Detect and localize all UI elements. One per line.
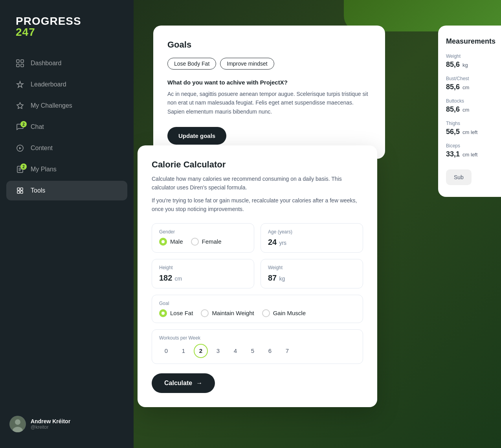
svg-rect-7 (20, 188, 23, 190)
workouts-label: Workouts per Week (159, 335, 356, 341)
workouts-row: Workouts per Week 0 1 2 3 4 5 6 7 (152, 329, 363, 364)
workouts-selector: 0 1 2 3 4 5 6 7 (159, 344, 356, 358)
m-label-thighs: Thighs (446, 121, 493, 126)
calc-desc1: Calculate how many calories we recommend… (152, 174, 363, 192)
m-value-bust: 85,6 cm (446, 83, 493, 91)
age-value: 24 yrs (268, 238, 356, 247)
sidebar-item-my-challenges[interactable]: My Challenges (6, 96, 127, 116)
workout-5[interactable]: 5 (246, 344, 260, 358)
goal-lose-fat-option[interactable]: Lose Fat (159, 309, 193, 317)
sidebar-label-tools: Tools (31, 187, 45, 194)
m-value-weight: 85,6 kg (446, 61, 493, 69)
height-weight-row: Height 182 cm Weight 87 kg (152, 259, 363, 288)
goal-gain-muscle-label: Gain Muscle (273, 310, 306, 316)
workout-3[interactable]: 3 (211, 344, 225, 358)
svg-point-11 (15, 419, 20, 425)
measurement-thighs: Thighs 56,5 cm left (446, 121, 493, 136)
calculate-label: Calculate (164, 380, 192, 387)
workout-2[interactable]: 2 (194, 344, 208, 358)
dashboard-icon (16, 59, 24, 68)
m-value-biceps: 33,1 cm left (446, 150, 493, 158)
avatar (9, 416, 26, 432)
sidebar-item-my-plans[interactable]: 2 My Plans (6, 160, 127, 179)
user-profile[interactable]: Andrew Kréitor @kreitor (0, 416, 134, 432)
svg-rect-0 (17, 60, 19, 62)
goal-gain-muscle-option[interactable]: Gain Muscle (262, 309, 306, 317)
sidebar-item-content[interactable]: Content (6, 138, 127, 158)
goals-card: Goals Lose Body Fat Improve mindset What… (153, 26, 385, 159)
measurements-panel: Measurements Weight 85,6 kg Bust/Chest 8… (438, 26, 501, 197)
m-value-buttocks: 85,6 cm (446, 105, 493, 114)
gender-male-option[interactable]: Male (159, 238, 183, 246)
goal-maintain-radio[interactable] (201, 309, 209, 317)
workout-7[interactable]: 7 (280, 344, 294, 358)
gender-male-radio[interactable] (159, 238, 167, 246)
goal-tags: Lose Body Fat Improve mindset (167, 58, 371, 70)
age-label: Age (years) (268, 229, 356, 235)
weight-field: Weight 87 kg (261, 259, 363, 288)
sidebar-item-chat[interactable]: 2 Chat (6, 117, 127, 137)
workout-1[interactable]: 1 (176, 344, 191, 358)
goals-question: What do you want to achive with ProjectX… (167, 79, 371, 86)
measurements-title: Measurements (446, 37, 493, 46)
sidebar-label-challenges: My Challenges (31, 102, 72, 109)
svg-rect-6 (17, 188, 20, 190)
gender-male-label: Male (170, 238, 183, 245)
plans-badge: 2 (20, 163, 27, 170)
goal-row: Goal Lose Fat Maintain Weight Gain Muscl… (152, 295, 363, 323)
m-label-buttocks: Buttocks (446, 98, 493, 104)
age-field: Age (years) 24 yrs (261, 223, 363, 253)
gender-field: Gender Male Female (152, 223, 254, 253)
m-value-thighs: 56,5 cm left (446, 128, 493, 136)
main-content: Goals Lose Body Fat Improve mindset What… (134, 0, 501, 448)
goal-gain-muscle-radio[interactable] (262, 309, 270, 317)
workout-0[interactable]: 0 (159, 344, 173, 358)
user-name: Andrew Kréitor (31, 418, 70, 424)
logo-text: PROGRESS 247 (16, 16, 118, 38)
goal-field: Goal Lose Fat Maintain Weight Gain Muscl… (152, 295, 363, 323)
m-label-bust: Bust/Chest (446, 76, 493, 81)
update-goals-button[interactable]: Update goals (167, 127, 226, 145)
svg-rect-8 (17, 191, 20, 193)
challenges-icon (16, 101, 24, 110)
sidebar-item-dashboard[interactable]: Dashboard (6, 53, 127, 73)
workouts-field: Workouts per Week 0 1 2 3 4 5 6 7 (152, 329, 363, 364)
svg-rect-2 (17, 64, 19, 67)
svg-rect-3 (21, 64, 24, 67)
sidebar-item-tools[interactable]: Tools (6, 181, 127, 200)
weight-value: 87 kg (268, 274, 356, 283)
measurement-buttocks: Buttocks 85,6 cm (446, 98, 493, 114)
workout-4[interactable]: 4 (228, 344, 242, 358)
tools-icon (16, 186, 24, 195)
nav-menu: Dashboard Leaderboard My Challenges (0, 53, 134, 200)
goal-tag-1: Improve mindset (220, 58, 274, 70)
content-icon (16, 144, 24, 152)
sub-button[interactable]: Sub (446, 169, 472, 185)
sidebar: PROGRESS 247 Dashboard Leaderboard (0, 0, 134, 448)
measurement-bust: Bust/Chest 85,6 cm (446, 76, 493, 91)
sidebar-label-dashboard: Dashboard (31, 60, 61, 67)
measurement-weight: Weight 85,6 kg (446, 53, 493, 69)
goal-label: Goal (159, 301, 356, 306)
sidebar-label-leaderboard: Leaderboard (31, 81, 66, 88)
goal-lose-fat-radio[interactable] (159, 309, 167, 317)
chat-badge: 2 (20, 121, 27, 127)
goal-maintain-option[interactable]: Maintain Weight (201, 309, 254, 317)
svg-rect-9 (20, 191, 23, 193)
m-label-weight: Weight (446, 53, 493, 59)
gender-female-option[interactable]: Female (191, 238, 222, 246)
user-handle: @kreitor (31, 424, 70, 430)
sidebar-label-chat: Chat (31, 123, 44, 130)
sidebar-label-plans: My Plans (31, 166, 57, 173)
gender-female-radio[interactable] (191, 238, 199, 246)
goal-maintain-label: Maintain Weight (212, 310, 254, 316)
gender-label: Gender (159, 229, 247, 235)
calculate-button[interactable]: Calculate → (152, 373, 215, 393)
height-value: 182 cm (159, 274, 247, 283)
user-info: Andrew Kréitor @kreitor (31, 418, 70, 430)
logo: PROGRESS 247 (0, 16, 134, 53)
workout-6[interactable]: 6 (263, 344, 277, 358)
m-label-biceps: Biceps (446, 143, 493, 149)
sidebar-item-leaderboard[interactable]: Leaderboard (6, 75, 127, 94)
calc-desc2: If you're trying to lose fat or gain mus… (152, 196, 363, 214)
